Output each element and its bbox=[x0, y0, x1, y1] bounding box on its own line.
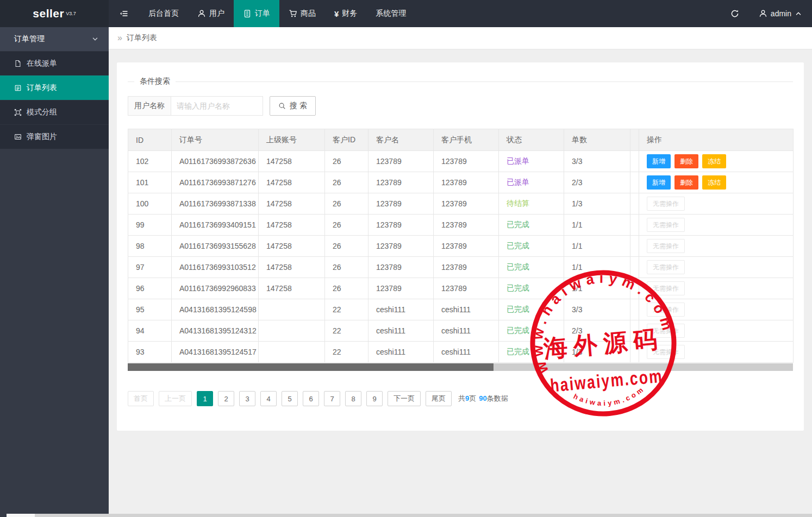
cell-customer-phone: ceshi111 bbox=[434, 299, 499, 320]
delete-button[interactable]: 删除 bbox=[674, 175, 698, 190]
add-button[interactable]: 新增 bbox=[647, 154, 671, 168]
search-button[interactable]: 搜 索 bbox=[270, 96, 316, 116]
list-icon bbox=[14, 84, 22, 92]
nav-item-orders[interactable]: 订单 bbox=[234, 0, 279, 27]
table-row: 94A0413168139512431222ceshi111ceshi111已完… bbox=[128, 320, 794, 342]
cell-customer-name: 123789 bbox=[368, 193, 434, 215]
table-row: 99A0116173699340915114725826123789123789… bbox=[128, 215, 794, 236]
cell-status: 已完成 bbox=[499, 320, 564, 342]
cell-status: 已完成 bbox=[499, 257, 564, 278]
pagination-pages: 123456789 bbox=[197, 391, 383, 406]
add-button[interactable]: 新增 bbox=[647, 175, 671, 190]
no-action-button: 无需操作 bbox=[647, 302, 685, 317]
refresh-button[interactable] bbox=[721, 0, 749, 27]
cell-id: 96 bbox=[128, 278, 172, 299]
nav-item-label: 财务 bbox=[342, 9, 357, 18]
status-text: 已完成 bbox=[507, 347, 529, 356]
cell-customer-name: ceshi111 bbox=[368, 320, 434, 342]
page-button-7[interactable]: 7 bbox=[324, 391, 340, 406]
search-panel: 条件搜索 用户名称 搜 索 bbox=[128, 77, 793, 118]
nav-item-users[interactable]: 用户 bbox=[188, 0, 234, 27]
search-button-label: 搜 索 bbox=[290, 101, 307, 111]
table-header-row: ID 订单号 上级账号 客户ID 客户名 客户手机 状态 单数 操作 bbox=[128, 129, 794, 151]
nav-item-label: 用户 bbox=[209, 9, 224, 18]
page-button-3[interactable]: 3 bbox=[239, 391, 255, 406]
cell-order-no: A04131681395124517 bbox=[172, 342, 259, 363]
sidebar-item-mode-groups[interactable]: 模式分组 bbox=[0, 100, 109, 124]
page-scrollbar-track[interactable] bbox=[35, 514, 812, 517]
freeze-button[interactable]: 冻结 bbox=[702, 175, 726, 190]
cell-customer-name: 123789 bbox=[368, 215, 434, 236]
page-button-8[interactable]: 8 bbox=[345, 391, 361, 406]
cell-customer-phone: 123789 bbox=[434, 151, 499, 172]
nav-item-finance[interactable]: ¥ 财务 bbox=[325, 0, 366, 27]
no-action-button: 无需操作 bbox=[647, 239, 685, 253]
top-navbar: seller V3.7 后台首页 用户 订单 bbox=[0, 0, 812, 27]
cell-actions: 无需操作 bbox=[639, 320, 794, 342]
last-page-button[interactable]: 尾页 bbox=[426, 391, 452, 406]
cell-customer-phone: ceshi111 bbox=[434, 342, 499, 363]
sidebar-collapse-button[interactable] bbox=[109, 0, 139, 27]
cell-customer-phone: 123789 bbox=[434, 215, 499, 236]
nav-item-dashboard[interactable]: 后台首页 bbox=[139, 0, 188, 27]
cell-parent-account: 147258 bbox=[259, 278, 325, 299]
cell-parent-account bbox=[259, 320, 325, 342]
sidebar-item-label: 在线派单 bbox=[27, 59, 57, 68]
cell-order-no: A01161736993103512 bbox=[172, 257, 259, 278]
sidebar-group-order-management[interactable]: 订单管理 bbox=[0, 27, 109, 51]
table-horizontal-scrollbar[interactable] bbox=[128, 363, 793, 371]
nav-item-label: 订单 bbox=[255, 9, 270, 18]
cell-actions: 无需操作 bbox=[639, 257, 794, 278]
yen-icon: ¥ bbox=[334, 10, 339, 18]
cell-customer-phone: 123789 bbox=[434, 236, 499, 257]
cell-customer-id: 26 bbox=[325, 257, 368, 278]
cell-customer-id: 26 bbox=[325, 172, 368, 193]
cell-order-no: A01161736993155628 bbox=[172, 236, 259, 257]
cell-customer-name: 123789 bbox=[368, 151, 434, 172]
cell-customer-id: 26 bbox=[325, 278, 368, 299]
cell-customer-phone: ceshi111 bbox=[434, 320, 499, 342]
cell-count: 1/1 bbox=[564, 278, 630, 299]
status-text: 已完成 bbox=[507, 262, 529, 271]
page-horizontal-scrollbar[interactable] bbox=[0, 514, 812, 517]
freeze-button[interactable]: 冻结 bbox=[702, 154, 726, 168]
no-action-button: 无需操作 bbox=[647, 281, 685, 295]
cell-customer-phone: 123789 bbox=[434, 257, 499, 278]
page-button-9[interactable]: 9 bbox=[366, 391, 383, 406]
sidebar-item-online-dispatch[interactable]: 在线派单 bbox=[0, 51, 109, 75]
sidebar-group-label: 订单管理 bbox=[14, 34, 45, 44]
cell-customer-id: 26 bbox=[325, 215, 368, 236]
sidebar-item-label: 弹窗图片 bbox=[27, 132, 57, 142]
user-icon bbox=[759, 9, 767, 18]
cell-order-no: A01161736993871338 bbox=[172, 193, 259, 215]
cell-customer-id: 22 bbox=[325, 299, 368, 320]
cell-status: 已完成 bbox=[499, 278, 564, 299]
page-button-4[interactable]: 4 bbox=[260, 391, 277, 406]
sidebar-item-popup-images[interactable]: 弹窗图片 bbox=[0, 124, 109, 149]
order-table-wrap: ID 订单号 上级账号 客户ID 客户名 客户手机 状态 单数 操作 102A0… bbox=[128, 129, 793, 363]
page-button-2[interactable]: 2 bbox=[218, 391, 234, 406]
cell-status: 已完成 bbox=[499, 299, 564, 320]
nav-item-products[interactable]: 商品 bbox=[279, 0, 325, 27]
delete-button[interactable]: 删除 bbox=[674, 154, 698, 168]
page-scrollbar-thumb[interactable] bbox=[7, 514, 35, 517]
cell-id: 93 bbox=[128, 342, 172, 363]
table-scrollbar-thumb[interactable] bbox=[128, 363, 494, 371]
nav-item-system[interactable]: 系统管理 bbox=[366, 0, 415, 27]
user-menu[interactable]: admin bbox=[749, 0, 812, 27]
cell-status: 已完成 bbox=[499, 215, 564, 236]
status-text: 已派单 bbox=[507, 178, 529, 186]
cell-count: 3/3 bbox=[564, 299, 630, 320]
page-button-5[interactable]: 5 bbox=[282, 391, 298, 406]
scrollbar-corner bbox=[0, 514, 7, 517]
sidebar-item-order-list[interactable]: 订单列表 bbox=[0, 75, 109, 100]
column-header-actions: 操作 bbox=[639, 129, 794, 151]
page-button-6[interactable]: 6 bbox=[303, 391, 319, 406]
cell-actions: 无需操作 bbox=[639, 299, 794, 320]
table-row: 101A011617369938712761472582612378912378… bbox=[128, 172, 794, 193]
page-button-1[interactable]: 1 bbox=[197, 391, 213, 406]
cell-actions: 无需操作 bbox=[639, 236, 794, 257]
next-page-button[interactable]: 下一页 bbox=[388, 391, 421, 406]
username-input[interactable] bbox=[171, 97, 263, 115]
group-select-icon bbox=[14, 109, 22, 116]
